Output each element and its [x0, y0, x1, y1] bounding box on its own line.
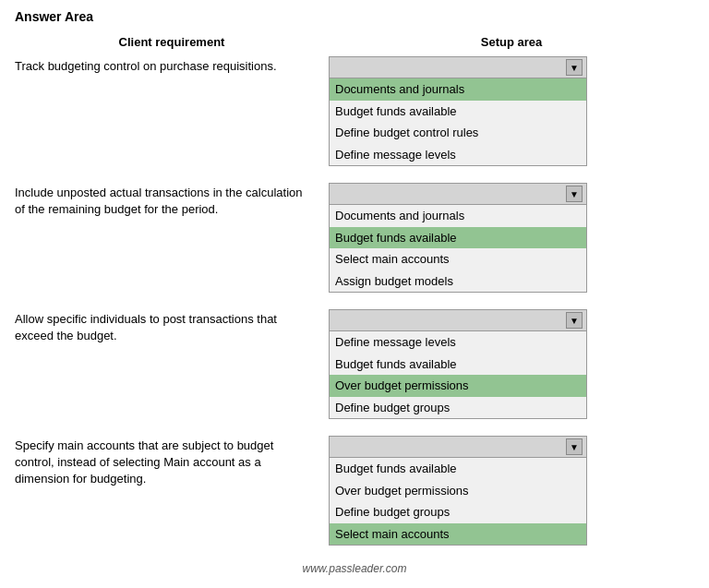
dropdown-item-3-4[interactable]: Define budget groups	[330, 397, 586, 419]
dropdown-item-1-4[interactable]: Define message levels	[330, 144, 586, 166]
dropdown-item-4-4[interactable]: Select main accounts	[330, 523, 586, 546]
client-req-1: Track budgeting control on purchase requ…	[15, 56, 329, 75]
row-1: Track budgeting control on purchase requ…	[15, 56, 694, 166]
setup-area-1: ▼Documents and journalsBudget funds avai…	[329, 56, 694, 166]
dropdown-item-4-2[interactable]: Over budget permissions	[330, 480, 586, 502]
dropdown-arrow-4[interactable]: ▼	[566, 438, 583, 455]
client-req-2: Include unposted actual transactions in …	[15, 183, 329, 218]
dropdown-1[interactable]: ▼Documents and journalsBudget funds avai…	[329, 56, 587, 166]
dropdown-item-3-3[interactable]: Over budget permissions	[330, 375, 586, 397]
dropdown-item-3-1[interactable]: Define message levels	[330, 331, 586, 354]
dropdown-3[interactable]: ▼Define message levelsBudget funds avail…	[329, 309, 587, 419]
dropdown-item-1-2[interactable]: Budget funds available	[330, 101, 586, 123]
dropdown-item-2-4[interactable]: Assign budget models	[330, 270, 586, 293]
row-2: Include unposted actual transactions in …	[15, 183, 694, 293]
dropdown-arrow-2[interactable]: ▼	[566, 186, 583, 202]
dropdown-item-2-3[interactable]: Select main accounts	[330, 248, 586, 270]
dropdown-2[interactable]: ▼Documents and journalsBudget funds avai…	[329, 183, 587, 293]
dropdown-arrow-1[interactable]: ▼	[566, 59, 583, 76]
client-req-4: Specify main accounts that are subject t…	[15, 436, 329, 488]
client-req-3: Allow specific individuals to post trans…	[15, 309, 329, 344]
dropdown-item-2-2[interactable]: Budget funds available	[330, 227, 586, 249]
row-3: Allow specific individuals to post trans…	[15, 309, 694, 419]
dropdown-4[interactable]: ▼Budget funds availableOver budget permi…	[329, 436, 587, 546]
client-requirement-header: Client requirement	[15, 35, 329, 49]
dropdown-item-2-1[interactable]: Documents and journals	[330, 205, 586, 227]
dropdown-arrow-3[interactable]: ▼	[566, 312, 583, 329]
setup-area-3: ▼Define message levelsBudget funds avail…	[329, 309, 694, 419]
dropdown-item-4-3[interactable]: Define budget groups	[330, 501, 586, 523]
dropdown-item-3-2[interactable]: Budget funds available	[330, 354, 586, 376]
dropdown-item-1-1[interactable]: Documents and journals	[330, 78, 586, 101]
setup-area-header: Setup area	[329, 35, 694, 49]
watermark: www.passleader.com	[15, 562, 694, 575]
dropdown-item-4-1[interactable]: Budget funds available	[330, 458, 586, 480]
row-4: Specify main accounts that are subject t…	[15, 436, 694, 546]
setup-area-2: ▼Documents and journalsBudget funds avai…	[329, 183, 694, 293]
answer-area-title: Answer Area	[15, 9, 694, 24]
dropdown-item-1-3[interactable]: Define budget control rules	[330, 122, 586, 144]
setup-area-4: ▼Budget funds availableOver budget permi…	[329, 436, 694, 546]
